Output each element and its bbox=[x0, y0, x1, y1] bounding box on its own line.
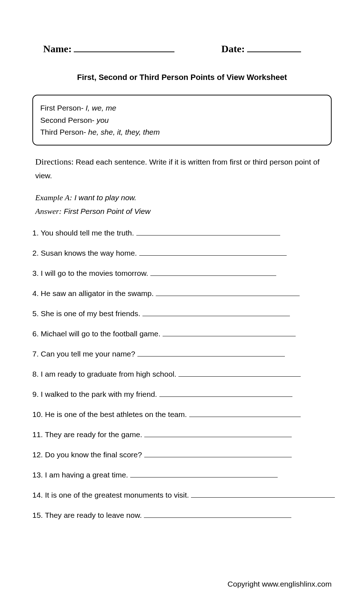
question-row: 1. You should tell me the truth. bbox=[32, 229, 332, 237]
question-row: 9. I walked to the park with my friend. bbox=[32, 390, 332, 399]
question-text: 4. He saw an alligator in the swamp. bbox=[32, 289, 154, 298]
question-text: 9. I walked to the park with my friend. bbox=[32, 390, 157, 399]
answer-input-line[interactable] bbox=[144, 457, 292, 457]
question-text: 3. I will go to the movies tomorrow. bbox=[32, 269, 148, 278]
answer-input-line[interactable] bbox=[142, 316, 290, 316]
question-text: 15. They are ready to leave now. bbox=[32, 511, 142, 520]
question-row: 11. They are ready for the game. bbox=[32, 430, 332, 439]
question-row: 15. They are ready to leave now. bbox=[32, 511, 332, 520]
info-box: First Person- I, we, me Second Person- y… bbox=[32, 95, 332, 145]
name-label: Name: bbox=[43, 43, 72, 55]
directions-label: Directions: bbox=[35, 157, 74, 166]
answer-text: First Person Point of View bbox=[64, 207, 150, 215]
name-input-line[interactable] bbox=[74, 51, 174, 52]
question-text: 13. I am having a great time. bbox=[32, 471, 128, 479]
answer-input-line[interactable] bbox=[144, 517, 291, 518]
question-text: 2. Susan knows the way home. bbox=[32, 249, 137, 257]
example-a-row: Example A: I want to play now. bbox=[35, 191, 332, 204]
date-input-line[interactable] bbox=[247, 51, 301, 52]
answer-input-line[interactable] bbox=[191, 497, 335, 498]
worksheet-title: First, Second or Third Person Points of … bbox=[32, 73, 332, 82]
answer-input-line[interactable] bbox=[189, 417, 301, 417]
first-person-pronouns: I, we, me bbox=[86, 104, 116, 112]
example-answer-row: Answer: First Person Point of View bbox=[35, 205, 332, 218]
answer-input-line[interactable] bbox=[163, 336, 296, 336]
answer-input-line[interactable] bbox=[137, 356, 285, 356]
example-block: Example A: I want to play now. Answer: F… bbox=[32, 191, 332, 218]
question-text: 1. You should tell me the truth. bbox=[32, 229, 134, 237]
questions-list: 1. You should tell me the truth.2. Susan… bbox=[32, 229, 332, 520]
date-field: Date: bbox=[221, 43, 301, 55]
date-label: Date: bbox=[221, 43, 245, 55]
question-text: 6. Michael will go to the football game. bbox=[32, 329, 160, 338]
question-text: 7. Can you tell me your name? bbox=[32, 350, 135, 358]
third-person-pronouns: he, she, it, they, them bbox=[88, 128, 160, 136]
question-row: 2. Susan knows the way home. bbox=[32, 249, 332, 257]
question-row: 4. He saw an alligator in the swamp. bbox=[32, 289, 332, 298]
answer-input-line[interactable] bbox=[130, 477, 278, 477]
answer-input-line[interactable] bbox=[150, 275, 276, 276]
question-row: 3. I will go to the movies tomorrow. bbox=[32, 269, 332, 278]
question-text: 10. He is one of the best athletes on th… bbox=[32, 410, 187, 419]
question-text: 5. She is one of my best friends. bbox=[32, 309, 140, 318]
question-text: 11. They are ready for the game. bbox=[32, 430, 142, 439]
third-person-label: Third Person- bbox=[40, 128, 88, 136]
directions-text: Read each sentence. Write if it is writt… bbox=[35, 158, 319, 180]
answer-input-line[interactable] bbox=[156, 296, 300, 296]
answer-input-line[interactable] bbox=[178, 376, 301, 377]
third-person-row: Third Person- he, she, it, they, them bbox=[40, 126, 324, 138]
answer-input-line[interactable] bbox=[136, 235, 280, 236]
question-row: 12. Do you know the final score? bbox=[32, 450, 332, 459]
first-person-row: First Person- I, we, me bbox=[40, 102, 324, 114]
question-row: 10. He is one of the best athletes on th… bbox=[32, 410, 332, 419]
first-person-label: First Person- bbox=[40, 104, 86, 112]
answer-label: Answer: bbox=[35, 207, 62, 216]
question-row: 7. Can you tell me your name? bbox=[32, 350, 332, 358]
directions: Directions: Read each sentence. Write if… bbox=[32, 154, 332, 182]
copyright: Copyright www.englishlinx.com bbox=[228, 580, 332, 588]
question-row: 14. It is one of the greatest monuments … bbox=[32, 491, 332, 499]
question-text: 12. Do you know the final score? bbox=[32, 450, 142, 459]
question-row: 5. She is one of my best friends. bbox=[32, 309, 332, 318]
answer-input-line[interactable] bbox=[159, 396, 292, 397]
answer-input-line[interactable] bbox=[144, 437, 292, 437]
example-a-label: Example A: bbox=[35, 193, 72, 202]
second-person-row: Second Person- you bbox=[40, 114, 324, 126]
question-text: 8. I am ready to graduate from high scho… bbox=[32, 370, 176, 378]
second-person-pronouns: you bbox=[96, 116, 109, 124]
header-row: Name: Date: bbox=[32, 43, 332, 55]
question-row: 8. I am ready to graduate from high scho… bbox=[32, 370, 332, 378]
second-person-label: Second Person- bbox=[40, 116, 96, 124]
question-text: 14. It is one of the greatest monuments … bbox=[32, 491, 189, 499]
answer-input-line[interactable] bbox=[139, 255, 287, 256]
question-row: 13. I am having a great time. bbox=[32, 471, 332, 479]
name-field: Name: bbox=[43, 43, 174, 55]
question-row: 6. Michael will go to the football game. bbox=[32, 329, 332, 338]
example-a-text: I want to play now. bbox=[74, 193, 137, 202]
